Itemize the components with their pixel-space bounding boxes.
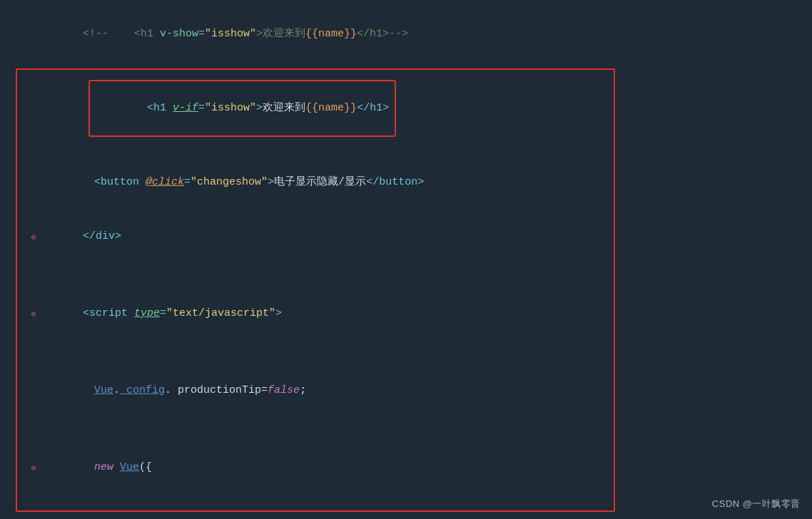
line-2: <h1 v-if="isshow">欢迎来到{{name}}</h1>	[0, 61, 812, 155]
code-line-script: <script type="text/javascript">	[39, 288, 282, 339]
line-3: <button @click="changeshow">电子显示隐藏/显示</b…	[0, 155, 812, 210]
line-11	[0, 495, 812, 518]
watermark: CSDN @一叶飘零晋	[712, 498, 801, 510]
line-10: ⊖ new Vue({	[0, 441, 812, 495]
line-7	[0, 341, 812, 364]
code-line-div-close: </div>	[39, 211, 121, 262]
fold-close-icon[interactable]: ⊖	[29, 232, 39, 242]
line-6: ⊖ <script type="text/javascript">	[0, 287, 812, 341]
line-1: <!-- <h1 v-show="isshow">欢迎来到{{name}}</h…	[0, 7, 812, 61]
line-9	[0, 418, 812, 441]
code-editor: <!-- <h1 v-show="isshow">欢迎来到{{name}}</h…	[0, 0, 812, 519]
code-line-new-vue: new Vue({	[39, 442, 152, 493]
line-4: ⊖ </div>	[0, 210, 812, 264]
fold-script-icon[interactable]: ⊖	[29, 309, 39, 319]
code-line-comment: <!-- <h1 v-show="isshow">欢迎来到{{name}}</h…	[39, 9, 408, 60]
code-line-button: <button @click="changeshow">电子显示隐藏/显示</b…	[39, 157, 424, 208]
line-5	[0, 264, 812, 287]
line-8: Vue. config. productionTip=false;	[0, 364, 812, 418]
code-line-highlight: <h1 v-if="isshow">欢迎来到{{name}}</h1>	[39, 63, 396, 154]
code-line-vue-config: Vue. config. productionTip=false;	[39, 365, 306, 416]
highlight-box: <h1 v-if="isshow">欢迎来到{{name}}</h1>	[88, 80, 396, 137]
fold-new-vue-icon[interactable]: ⊖	[29, 463, 39, 473]
